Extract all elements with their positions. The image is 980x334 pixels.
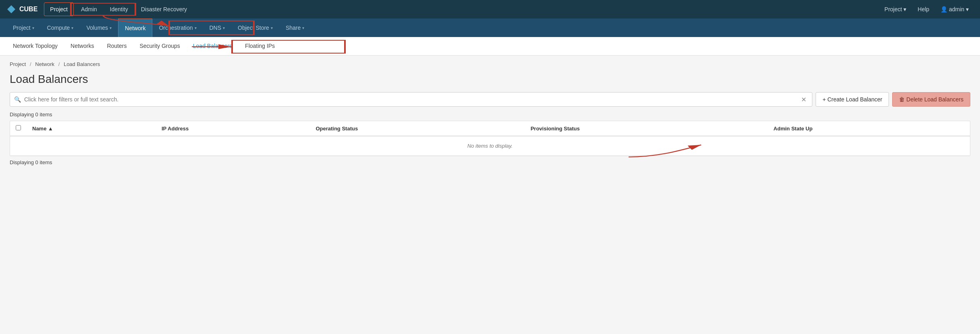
top-nav-right: Project ▾ Help 👤 admin ▾	[880, 3, 974, 16]
table-body: No items to display.	[10, 136, 970, 156]
sub-nav-routers[interactable]: Routers	[100, 37, 133, 56]
chevron-down-icon: ▾	[271, 26, 273, 30]
col-admin-state-up[interactable]: Admin State Up	[768, 121, 970, 136]
content-area: 🔍 ✕ + Create Load Balancer 🗑 Delete Load…	[0, 92, 980, 178]
chevron-down-icon: ▾	[71, 26, 73, 30]
no-items-text: No items to display.	[10, 136, 970, 156]
top-nav-disaster-recovery[interactable]: Disaster Recovery	[135, 3, 193, 16]
search-box[interactable]: 🔍 ✕	[10, 92, 812, 107]
breadcrumb-current: Load Balancers	[64, 61, 100, 67]
col-name[interactable]: Name ▲	[27, 121, 156, 136]
chevron-down-icon: ▾	[223, 26, 225, 30]
page-title-area: Load Balancers	[0, 70, 980, 92]
sub-nav-networks[interactable]: Networks	[64, 37, 100, 56]
load-balancers-table: Name ▲ IP Address Operating Status Provi…	[10, 121, 970, 156]
display-count-top: Displaying 0 items	[10, 111, 970, 118]
second-nav-volumes[interactable]: Volumes ▾	[80, 19, 118, 37]
toolbar: 🔍 ✕ + Create Load Balancer 🗑 Delete Load…	[10, 92, 970, 107]
page-title: Load Balancers	[10, 73, 970, 86]
top-nav-project-selector[interactable]: Project ▾	[880, 3, 911, 16]
col-provisioning-status[interactable]: Provisioning Status	[525, 121, 768, 136]
search-icon: 🔍	[14, 96, 21, 103]
top-nav-left: CUBE Project Admin Identity Disaster Rec…	[6, 2, 193, 16]
breadcrumb-sep-2: /	[58, 61, 60, 67]
top-nav-admin[interactable]: Admin	[75, 3, 103, 16]
table-header: Name ▲ IP Address Operating Status Provi…	[10, 121, 970, 136]
table-wrap: Name ▲ IP Address Operating Status Provi…	[10, 121, 970, 156]
delete-load-balancers-button[interactable]: 🗑 Delete Load Balancers	[892, 92, 970, 107]
second-nav-orchestration[interactable]: Orchestration ▾	[152, 19, 203, 37]
chevron-down-icon: ▾	[302, 26, 304, 30]
select-all-checkbox-header[interactable]	[10, 121, 27, 136]
main-content: Project / Network / Load Balancers Load …	[0, 56, 980, 178]
sub-nav: Network Topology Networks Routers Securi…	[0, 37, 980, 56]
col-ip-address[interactable]: IP Address	[156, 121, 310, 136]
select-all-checkbox[interactable]	[16, 125, 21, 130]
logo[interactable]: CUBE	[6, 4, 37, 14]
sub-nav-security-groups[interactable]: Security Groups	[133, 37, 186, 56]
col-operating-status[interactable]: Operating Status	[310, 121, 525, 136]
sub-nav-load-balancers[interactable]: Load Balancers	[187, 37, 239, 56]
breadcrumb-project[interactable]: Project	[10, 61, 26, 67]
top-nav: CUBE Project Admin Identity Disaster Rec…	[0, 0, 980, 19]
chevron-down-icon: ▾	[195, 26, 197, 30]
breadcrumb: Project / Network / Load Balancers	[0, 56, 980, 70]
search-input[interactable]	[24, 96, 799, 103]
second-nav-object-store[interactable]: Object Store ▾	[231, 19, 279, 37]
second-nav-dns[interactable]: DNS ▾	[203, 19, 232, 37]
svg-marker-0	[7, 5, 15, 13]
top-nav-identity[interactable]: Identity	[104, 3, 134, 16]
table-header-row: Name ▲ IP Address Operating Status Provi…	[10, 121, 970, 136]
sub-nav-floating-ips[interactable]: Floating IPs	[239, 37, 281, 56]
create-load-balancer-button[interactable]: + Create Load Balancer	[816, 92, 889, 107]
chevron-down-icon: ▾	[110, 26, 112, 30]
sub-nav-network-topology[interactable]: Network Topology	[6, 37, 64, 56]
top-nav-user-menu[interactable]: 👤 admin ▾	[936, 3, 974, 16]
second-nav-share[interactable]: Share ▾	[279, 19, 311, 37]
second-nav-compute[interactable]: Compute ▾	[41, 19, 80, 37]
display-count-bottom: Displaying 0 items	[10, 159, 970, 165]
second-nav-network[interactable]: Network	[118, 19, 152, 37]
breadcrumb-sep-1: /	[30, 61, 31, 67]
breadcrumb-network[interactable]: Network	[35, 61, 54, 67]
logo-text: CUBE	[19, 6, 37, 13]
clear-search-button[interactable]: ✕	[799, 95, 808, 104]
second-nav-project[interactable]: Project ▾	[6, 19, 41, 37]
no-items-row: No items to display.	[10, 136, 970, 156]
top-nav-help[interactable]: Help	[913, 3, 934, 16]
second-nav: Project ▾ Compute ▾ Volumes ▾ Network Or…	[0, 19, 980, 37]
top-nav-project[interactable]: Project	[44, 2, 74, 16]
chevron-down-icon: ▾	[32, 26, 34, 30]
